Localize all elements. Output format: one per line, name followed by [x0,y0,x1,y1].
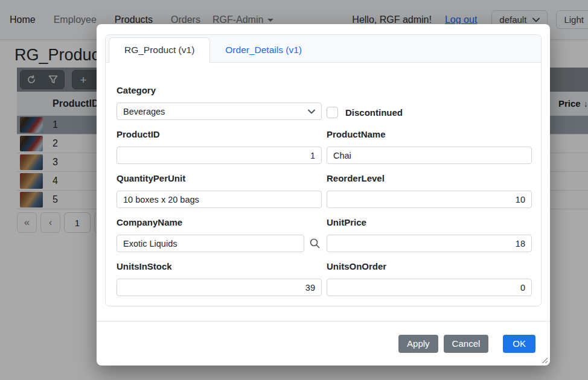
company-name-input[interactable] [117,235,304,252]
product-name-input[interactable] [327,147,532,164]
product-id-label: ProductID [117,129,322,139]
units-on-order-label: UnitsOnOrder [327,261,532,271]
product-id-field: ProductID [117,129,322,164]
company-name-label: CompanyName [117,217,322,227]
category-label: Category [117,85,322,95]
reorder-level-label: ReorderLevel [327,173,532,183]
unit-price-label: UnitPrice [327,217,532,227]
unit-price-field: UnitPrice [327,217,532,252]
apply-button[interactable]: Apply [398,335,438,353]
dialog-tab-bar: RG_Product (v1) Order_Details (v1) [106,35,541,63]
product-name-field: ProductName [327,129,532,164]
category-selected-value: Beverages [123,107,165,116]
dialog-tab-card: RG_Product (v1) Order_Details (v1) Categ… [105,34,542,306]
tab-order-details[interactable]: Order_Details (v1) [210,38,317,62]
dialog-footer: Apply Cancel OK [97,321,550,366]
quantity-per-unit-input[interactable] [117,191,322,208]
edit-product-dialog: RG_Product (v1) Order_Details (v1) Categ… [97,24,550,366]
category-field: Category Beverages [117,85,322,120]
reorder-level-field: ReorderLevel [327,173,532,208]
discontinued-field: Discontinued [327,104,532,120]
category-select[interactable]: Beverages [117,103,322,120]
company-name-field: CompanyName [117,217,322,252]
product-name-label: ProductName [327,129,532,139]
discontinued-label: Discontinued [345,107,403,118]
search-icon [309,238,321,249]
units-in-stock-input[interactable] [117,279,322,296]
quantity-per-unit-label: QuantityPerUnit [117,173,322,183]
product-id-input[interactable] [117,147,322,164]
reorder-level-input[interactable] [327,191,532,208]
quantity-per-unit-field: QuantityPerUnit [117,173,322,208]
discontinued-checkbox[interactable] [327,107,338,118]
units-in-stock-field: UnitsInStock [117,261,322,296]
screen: Home Employee Products Orders RGF-Admin … [0,0,588,380]
unit-price-input[interactable] [327,235,532,252]
units-on-order-input[interactable] [327,279,532,296]
product-form: Category Beverages Discontinued ProductI… [106,63,541,296]
units-in-stock-label: UnitsInStock [117,261,322,271]
ok-button[interactable]: OK [503,335,535,353]
chevron-down-icon [308,109,315,114]
company-lookup-button[interactable] [307,236,322,251]
cancel-button[interactable]: Cancel [444,335,489,353]
units-on-order-field: UnitsOnOrder [327,261,532,296]
tab-rg-product[interactable]: RG_Product (v1) [109,37,210,63]
